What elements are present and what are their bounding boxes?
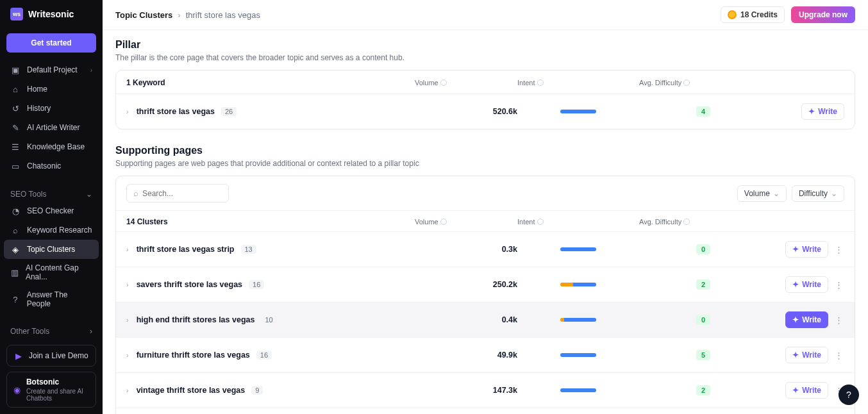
join-demo-button[interactable]: ▶ Join a Live Demo [6, 345, 96, 367]
sidebar-item-ai-article[interactable]: ✎ AI Article Writer [0, 118, 103, 137]
sidebar: ws Writesonic Get started ▣ Default Proj… [0, 0, 103, 414]
more-icon[interactable]: ⋮ [833, 315, 844, 325]
upgrade-button[interactable]: Upgrade now [791, 6, 855, 23]
breadcrumb-root[interactable]: Topic Clusters [115, 10, 172, 20]
keyword-count-label: 1 Keyword [126, 78, 165, 87]
label: SEO Tools [10, 190, 46, 199]
more-icon[interactable]: ⋮ [833, 245, 844, 254]
sidebar-item-content-gap[interactable]: ▥ AI Content Gap Anal... [0, 259, 103, 286]
label: AI Content Gap Anal... [26, 263, 92, 281]
expand-icon[interactable]: › [126, 316, 129, 324]
difficulty-value: 0 [639, 315, 767, 325]
pillar-card: 1 Keyword Volume Intent Avg. Difficulty … [115, 70, 855, 129]
volume-value: 147.3k [415, 386, 517, 395]
chevron-down-icon: ⌄ [86, 190, 92, 199]
more-icon[interactable]: ⋮ [833, 280, 844, 290]
volume-value: 0.4k [415, 315, 517, 324]
difficulty-value: 0 [639, 244, 767, 254]
sidebar-item-default-project[interactable]: ▣ Default Project › [0, 60, 103, 79]
search-input[interactable] [142, 189, 222, 198]
sparkle-icon: ✦ [808, 107, 815, 116]
pillar-card-head: 1 Keyword Volume Intent Avg. Difficulty [116, 70, 855, 94]
pen-icon: ✎ [10, 122, 21, 133]
expand-icon[interactable]: › [126, 386, 129, 394]
cluster-row: › vintage thrift store las vegas 9 147.3… [116, 372, 855, 408]
cluster-row: › thrift store las vegas strip 13 0.3k 0… [116, 231, 855, 267]
clock-icon: ↺ [10, 103, 21, 113]
difficulty-value: 4 [639, 106, 767, 117]
col-intent: Intent [517, 218, 639, 226]
col-difficulty: Avg. Difficulty [639, 218, 767, 226]
other-tools-section[interactable]: Other Tools › [0, 320, 103, 338]
info-icon [537, 219, 544, 225]
label: History [27, 104, 51, 113]
expand-icon[interactable]: › [126, 281, 129, 288]
sidebar-item-topic-clusters[interactable]: ◈ Topic Clusters [4, 240, 99, 259]
col-intent: Intent [517, 79, 639, 87]
label: Topic Clusters [27, 245, 75, 254]
get-started-button[interactable]: Get started [6, 33, 96, 53]
keyword-count-badge: 26 [221, 107, 237, 116]
sidebar-item-home[interactable]: ⌂ Home [0, 79, 103, 99]
sidebar-bottom: ▶ Join a Live Demo ◉ Botsonic Create and… [0, 338, 103, 414]
content: Pillar The pillar is the core page that … [103, 30, 868, 414]
write-button[interactable]: ✦Write [785, 276, 828, 293]
cluster-name: high end thrift stores las vegas [137, 315, 255, 324]
help-fab[interactable]: ? [839, 385, 859, 405]
cluster-count-badge: 16 [256, 351, 272, 360]
sidebar-item-seo-checker[interactable]: ◔ SEO Checker [0, 201, 103, 220]
play-icon: ▶ [13, 351, 24, 361]
info-icon [537, 79, 544, 86]
more-icon[interactable]: ⋮ [833, 351, 844, 360]
clusters-count-label: 14 Clusters [126, 217, 168, 226]
search-icon: ⌕ [10, 225, 21, 235]
sidebar-item-history[interactable]: ↺ History [0, 99, 103, 118]
label: Knowledge Base [27, 142, 85, 151]
write-button[interactable]: ✦Write [801, 103, 844, 120]
search-box[interactable]: ⌕ [126, 184, 229, 203]
expand-icon[interactable]: › [126, 245, 129, 253]
difficulty-value: 2 [639, 279, 767, 290]
volume-value: 0.3k [415, 245, 517, 254]
sparkle-icon: ✦ [792, 386, 799, 395]
volume-value: 520.6k [415, 107, 517, 116]
sidebar-item-knowledge-base[interactable]: ☰ Knowledge Base [0, 137, 103, 156]
sparkle-icon: ✦ [792, 245, 799, 254]
write-button[interactable]: ✦Write [785, 382, 828, 399]
intent-bar [517, 283, 639, 286]
supporting-desc: Supporting pages are web pages that prov… [115, 159, 855, 168]
write-button[interactable]: ✦Write [785, 241, 828, 258]
expand-icon[interactable]: › [126, 351, 129, 359]
bot-icon: ◉ [13, 385, 21, 395]
botsonic-card[interactable]: ◉ Botsonic Create and share AI Chatbots [6, 372, 96, 408]
brand-row: ws Writesonic [0, 0, 103, 28]
filter-difficulty[interactable]: Difficulty⌄ [792, 185, 844, 202]
credits-badge[interactable]: 18 Credits [721, 6, 785, 23]
seo-tools-section[interactable]: SEO Tools ⌄ [0, 183, 103, 201]
col-volume: Volume [415, 79, 517, 87]
info-icon [440, 219, 447, 225]
supporting-title: Supporting pages [115, 145, 855, 156]
filter-volume[interactable]: Volume⌄ [737, 185, 787, 202]
intent-bar [517, 388, 639, 392]
coin-icon [728, 10, 737, 19]
cluster-row: › thrift store las vegas near me 12 3.5M… [116, 408, 855, 414]
sparkle-icon: ✦ [792, 351, 799, 360]
cluster-rows: › thrift store las vegas strip 13 0.3k 0… [116, 231, 855, 414]
breadcrumb-current: thrift store las vegas [186, 10, 260, 20]
expand-icon[interactable]: › [126, 108, 129, 115]
cluster-row: › high end thrift stores las vegas 10 0.… [116, 302, 855, 337]
main-area: Topic Clusters › thrift store las vegas … [103, 0, 868, 414]
chart-icon: ▥ [10, 267, 19, 277]
sidebar-item-chatsonic[interactable]: ▭ Chatsonic [0, 156, 103, 176]
gauge-icon: ◔ [10, 206, 21, 216]
pillar-row: › thrift store las vegas 26 520.6k 4 ✦Wr… [116, 94, 855, 129]
sidebar-item-answer-people[interactable]: ? Answer The People [0, 286, 103, 313]
supporting-toolbar: ⌕ Volume⌄ Difficulty⌄ [116, 176, 855, 210]
credits-text: 18 Credits [740, 10, 778, 19]
write-button[interactable]: ✦Write [785, 347, 828, 363]
write-button[interactable]: ✦Write [785, 311, 828, 328]
sidebar-item-keyword-research[interactable]: ⌕ Keyword Research [0, 220, 103, 240]
label: AI Article Writer [27, 123, 79, 132]
chevron-down-icon: ⌄ [773, 189, 780, 198]
